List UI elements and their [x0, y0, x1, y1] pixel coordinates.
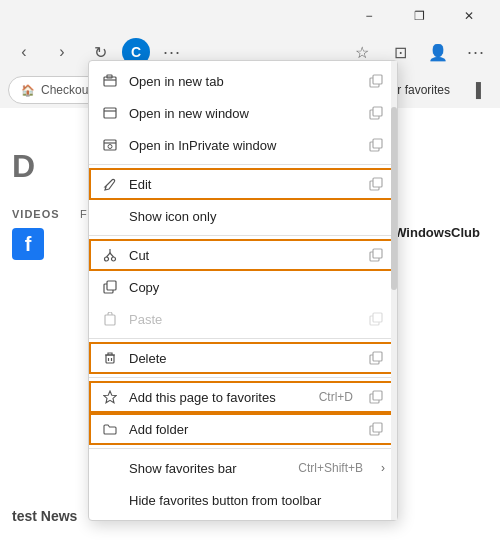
title-bar: − ❐ ✕: [0, 0, 500, 32]
latest-news-text: test News: [12, 508, 77, 524]
menu-open-inprivate-label: Open in InPrivate window: [129, 138, 357, 153]
menu-show-favorites-bar-label: Show favorites bar: [129, 461, 288, 476]
close-button[interactable]: ✕: [446, 0, 492, 32]
back-button[interactable]: ‹: [8, 36, 40, 68]
menu-right-icon-14: [367, 420, 385, 438]
menu-show-favorites-bar-shortcut: Ctrl+Shift+B: [298, 461, 363, 475]
menu-right-icon-4: [367, 175, 385, 193]
menu-item-edit[interactable]: Edit: [89, 168, 397, 200]
svg-rect-20: [373, 249, 382, 258]
menu-add-to-favorites-label: Add this page to favorites: [129, 390, 309, 405]
menu-copy-label: Copy: [129, 280, 385, 295]
menu-separator-2: [89, 235, 397, 236]
hide-favorites-icon: [101, 491, 119, 509]
menu-item-open-new-window[interactable]: Open in new window: [89, 97, 397, 129]
restore-button[interactable]: ❐: [396, 0, 442, 32]
cut-icon: [101, 246, 119, 264]
paste-icon: [101, 310, 119, 328]
minimize-button[interactable]: −: [346, 0, 392, 32]
star-icon: [101, 388, 119, 406]
menu-right-icon-11: [367, 349, 385, 367]
menu-paste-label: Paste: [129, 312, 357, 327]
menu-item-add-to-favorites[interactable]: Add this page to favorites Ctrl+D: [89, 381, 397, 413]
edit-icon: [101, 175, 119, 193]
menu-show-icon-only-label: Show icon only: [129, 209, 385, 224]
profile-button[interactable]: 👤: [422, 36, 454, 68]
svg-point-12: [108, 145, 112, 149]
menu-edit-label: Edit: [129, 177, 357, 192]
svg-rect-16: [373, 178, 382, 187]
tab-icon: [101, 72, 119, 90]
videos-tab[interactable]: VIDEOS: [12, 208, 60, 220]
menu-item-open-new-tab[interactable]: Open in new tab: [89, 65, 397, 97]
svg-rect-22: [107, 281, 116, 290]
menu-separator-1: [89, 164, 397, 165]
svg-rect-28: [373, 352, 382, 361]
menu-cut-label: Cut: [129, 248, 357, 263]
svg-point-17: [105, 257, 109, 261]
show-favorites-bar-icon: [101, 459, 119, 477]
menu-item-add-folder[interactable]: Add folder: [89, 413, 397, 445]
menu-separator-3: [89, 338, 397, 339]
delete-icon: [101, 349, 119, 367]
svg-rect-33: [373, 423, 382, 432]
svg-rect-14: [373, 139, 382, 148]
menu-scrollbar-thumb: [391, 107, 397, 291]
menu-open-new-tab-label: Open in new tab: [129, 74, 357, 89]
window-icon: [101, 104, 119, 122]
menu-item-show-icon-only[interactable]: Show icon only: [89, 200, 397, 232]
menu-right-icon-13: [367, 388, 385, 406]
menu-item-open-inprivate[interactable]: Open in InPrivate window: [89, 129, 397, 161]
inprivate-icon: [101, 136, 119, 154]
settings-button[interactable]: ···: [460, 36, 492, 68]
menu-add-to-favorites-shortcut: Ctrl+D: [319, 390, 353, 404]
menu-right-icon-7: [367, 246, 385, 264]
show-icon-only-icon: [101, 207, 119, 225]
menu-open-new-window-label: Open in new window: [129, 106, 357, 121]
svg-point-18: [112, 257, 116, 261]
forward-button[interactable]: ›: [46, 36, 78, 68]
f-tab[interactable]: F: [80, 208, 87, 220]
facebook-icon: f: [12, 228, 44, 260]
svg-rect-31: [373, 391, 382, 400]
svg-rect-7: [373, 75, 382, 84]
browser-window: − ❐ ✕ ‹ › ↻ C ··· ☆ ⊡ 👤 ··· 🏠 Checkout ·…: [0, 0, 500, 554]
menu-hide-favorites-label: Hide favorites button from toolbar: [129, 493, 385, 508]
svg-rect-25: [373, 313, 382, 322]
copy-icon: [101, 278, 119, 296]
menu-item-copy[interactable]: Copy: [89, 271, 397, 303]
svg-rect-8: [104, 108, 116, 118]
menu-separator-4: [89, 377, 397, 378]
menu-separator-5: [89, 448, 397, 449]
context-menu: Open in new tab Open in new window Open …: [88, 60, 398, 521]
menu-add-folder-label: Add folder: [129, 422, 357, 437]
menu-item-paste[interactable]: Paste: [89, 303, 397, 335]
menu-right-icon-9: [367, 310, 385, 328]
menu-delete-label: Delete: [129, 351, 357, 366]
chevron-right-icon: ›: [381, 461, 385, 475]
menu-right-icon-2: [367, 136, 385, 154]
menu-right-icon-1: [367, 104, 385, 122]
sidebar-toggle[interactable]: ▐: [460, 74, 492, 106]
page-letter: D: [12, 148, 35, 185]
svg-rect-26: [106, 355, 114, 363]
menu-item-cut[interactable]: Cut: [89, 239, 397, 271]
svg-rect-10: [373, 107, 382, 116]
menu-item-show-favorites-bar[interactable]: Show favorites bar Ctrl+Shift+B ›: [89, 452, 397, 484]
menu-right-icon-0: [367, 72, 385, 90]
svg-marker-29: [104, 391, 117, 403]
menu-scrollbar[interactable]: [391, 61, 397, 520]
folder-add-icon: [101, 420, 119, 438]
menu-item-delete[interactable]: Delete: [89, 342, 397, 374]
menu-item-hide-favorites-button[interactable]: Hide favorites button from toolbar: [89, 484, 397, 516]
svg-rect-23: [105, 315, 115, 325]
